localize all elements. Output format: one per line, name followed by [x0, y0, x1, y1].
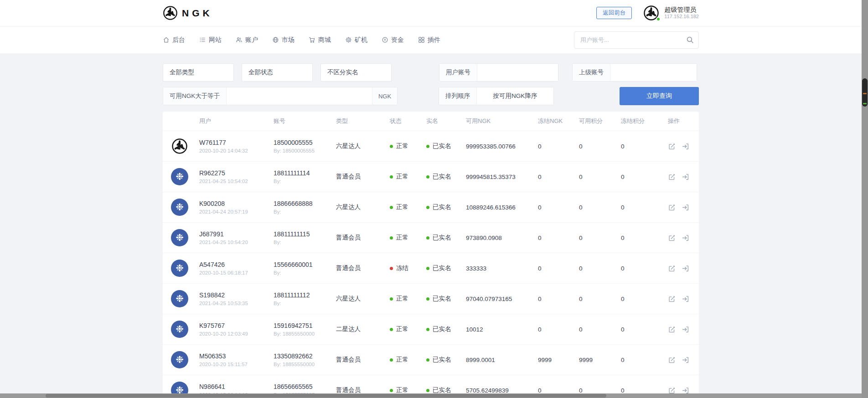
row-by: By: 18855550000 [274, 361, 336, 368]
ngk-logo-icon [163, 5, 178, 20]
login-as-user-button[interactable] [682, 326, 689, 333]
back-to-front-button[interactable]: 返回前台 [596, 7, 632, 19]
row-date: 2020-10-20 15:11:57 [199, 361, 274, 368]
login-as-user-button[interactable] [682, 265, 689, 272]
col-frozen-ngk: 冻结NGK [538, 117, 579, 125]
row-by: By: 18855550000 [274, 330, 336, 338]
user-account-search-input[interactable] [574, 31, 699, 49]
order-select[interactable]: 按可用NGK降序 [477, 87, 553, 105]
edit-button[interactable] [668, 234, 676, 242]
row-points: 0 [579, 173, 621, 180]
realname-dot [426, 297, 429, 301]
row-ngk: 8999.0001 [466, 357, 538, 363]
admin-account[interactable]: 超级管理员 117.152.16.182 [643, 5, 699, 21]
row-frozen-points: 0 [621, 326, 668, 333]
realname-select[interactable]: 不区分实名 [320, 63, 392, 82]
login-as-user-button[interactable] [682, 356, 689, 364]
horizontal-scrollbar[interactable] [0, 393, 862, 398]
row-frozen-points: 0 [621, 357, 668, 363]
row-points: 0 [579, 235, 621, 241]
edit-button[interactable] [668, 295, 676, 303]
row-status: 冻结 [396, 264, 408, 272]
table-body: W761177 2020-10-20 14:04:32 18500005555 … [163, 131, 699, 398]
edit-button[interactable] [668, 265, 676, 272]
row-status: 正常 [396, 325, 408, 333]
horizontal-scrollbar-thumb[interactable] [46, 394, 606, 398]
parent-account-field[interactable] [610, 64, 697, 81]
col-ops: 操作 [668, 117, 699, 125]
nav-item-funds[interactable]: 资金 [382, 36, 404, 44]
row-frozen-ngk: 0 [538, 173, 579, 180]
search-icon[interactable] [686, 36, 694, 44]
row-by: By: 18500005555 [274, 147, 336, 155]
row-ngk: 10889246.615366 [466, 204, 538, 211]
user-account-field[interactable] [477, 64, 558, 81]
coin-icon [382, 36, 388, 43]
row-by: By: [274, 269, 336, 277]
row-account: 18656665565 [274, 382, 336, 391]
edit-button[interactable] [668, 143, 676, 150]
row-type: 二星达人 [336, 325, 390, 333]
edit-button[interactable] [668, 356, 676, 364]
home-icon [163, 36, 170, 43]
nav-item-accounts[interactable]: 账户 [236, 36, 258, 44]
ngk-min-field[interactable] [227, 87, 372, 105]
row-date: 2020-10-20 14:04:32 [199, 147, 274, 155]
login-as-user-button[interactable] [682, 204, 689, 211]
row-account: 15916942751 [274, 321, 336, 330]
row-frozen-ngk: 0 [538, 265, 579, 272]
row-points: 9999 [579, 357, 621, 363]
main-nav: 后台 网站 账户 市场 商城 [0, 26, 862, 53]
edit-button[interactable] [668, 173, 676, 181]
row-type: 六星达人 [336, 203, 390, 211]
vertical-scrollbar[interactable] [862, 0, 868, 398]
row-type: 六星达人 [336, 295, 390, 303]
admin-avatar [643, 5, 660, 21]
row-frozen-points: 0 [621, 173, 668, 180]
nav-item-mall[interactable]: 商城 [309, 36, 331, 44]
edit-button[interactable] [668, 387, 676, 394]
row-by: By: [274, 208, 336, 216]
login-as-user-button[interactable] [682, 387, 689, 394]
login-as-user-button[interactable] [682, 173, 689, 181]
status-select[interactable]: 全部状态 [242, 63, 313, 82]
row-status: 正常 [396, 356, 408, 364]
row-realname: 已实名 [433, 325, 451, 333]
nav-item-miners[interactable]: 矿机 [345, 36, 367, 44]
avatar: ❉ [171, 168, 188, 185]
user-account-label: 用户账号 [439, 64, 477, 81]
row-user: K900208 [199, 199, 274, 208]
row-type: 普通会员 [336, 173, 390, 181]
status-dot [390, 236, 393, 240]
table-row: ❉ J687991 2021-04-25 10:54:20 1881111111… [163, 222, 699, 253]
avatar: ❉ [171, 351, 188, 368]
nav-item-backend[interactable]: 后台 [163, 36, 185, 44]
edit-button[interactable] [668, 204, 676, 211]
row-by: By: [274, 239, 336, 246]
col-points: 可用积分 [579, 117, 621, 125]
nav-item-market[interactable]: 市场 [272, 36, 294, 44]
row-user: K975767 [199, 321, 274, 330]
status-dot [390, 328, 393, 331]
row-date: 2021-04-25 10:54:02 [199, 178, 274, 185]
nav-item-plugins[interactable]: 插件 [418, 36, 440, 44]
login-as-user-button[interactable] [682, 143, 689, 150]
row-date: 2021-04-25 10:53:35 [199, 300, 274, 307]
edit-button[interactable] [668, 326, 676, 333]
row-ngk: 97040.07973165 [466, 296, 538, 302]
vertical-scrollbar-thumb[interactable] [862, 78, 868, 107]
row-user: N986641 [199, 382, 274, 391]
avatar: ❉ [171, 260, 188, 277]
row-frozen-ngk: 9999 [538, 357, 579, 363]
type-select[interactable]: 全部类型 [163, 63, 234, 82]
query-button[interactable]: 立即查询 [620, 87, 699, 105]
login-as-user-button[interactable] [682, 295, 689, 303]
row-type: 普通会员 [336, 356, 390, 364]
nav-item-website[interactable]: 网站 [199, 36, 222, 44]
row-ngk: 999953385.00766 [466, 143, 538, 150]
login-as-user-button[interactable] [682, 234, 689, 242]
cart-icon [309, 36, 315, 43]
users-table-card: 用户 账号 类型 状态 实名 可用NGK 冻结NGK 可用积分 冻结积分 操作 … [163, 112, 699, 398]
realname-dot [426, 236, 429, 240]
row-user: J687991 [199, 230, 274, 239]
